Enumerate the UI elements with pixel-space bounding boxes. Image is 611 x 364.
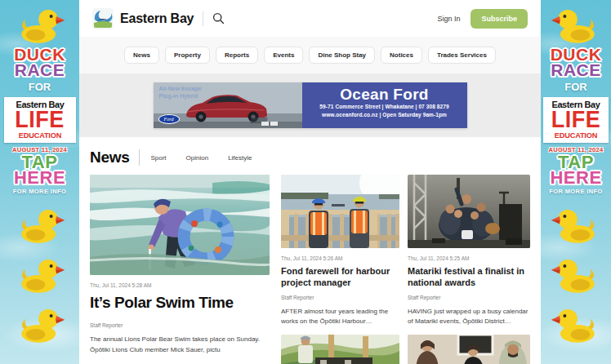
ad-org-education: EDUCATION xyxy=(546,131,606,140)
rubber-duck-icon xyxy=(551,305,600,344)
site-header: Eastern Bay Sign In Subscribe xyxy=(79,0,541,37)
header-divider xyxy=(203,11,203,26)
article-harbour: Thu, Jul 11, 2024 5:26 AM Fond farewell … xyxy=(281,175,399,364)
banner-website: www.oceanford.co.nz | Open Saturday 9am-… xyxy=(302,111,467,119)
tab-sport[interactable]: Sport xyxy=(150,154,166,162)
article-byline: Staff Reporter xyxy=(408,295,530,300)
banner-title: Ocean Ford xyxy=(302,87,467,103)
ford-logo: Ford xyxy=(158,114,180,124)
rubber-duck-icon xyxy=(16,305,65,344)
ad-org-life: LIFE xyxy=(6,109,74,131)
banner-fineprint xyxy=(261,122,278,126)
rubber-duck-icon xyxy=(16,255,65,295)
banner-car-text: All-New Escape Plug-in Hybrid xyxy=(159,86,202,100)
ad-more-info: FOR MORE INFO xyxy=(0,188,79,195)
section-header: News Sport Opinion Lifestyle xyxy=(90,149,531,166)
article-timestamp: Thu, Jul 11, 2024 5:25 AM xyxy=(408,255,530,261)
ad-cta-here: HERE xyxy=(541,170,611,186)
article-teaser: AFTER almost four years leading the work… xyxy=(281,307,399,328)
rubber-duck-icon xyxy=(16,206,65,245)
search-icon[interactable] xyxy=(212,12,225,24)
nav-item-news[interactable]: News xyxy=(124,47,159,64)
rubber-duck-icon xyxy=(16,6,65,45)
article-teaser: HAVING just wrapped up a busy calendar o… xyxy=(408,307,530,328)
rubber-duck-icon xyxy=(551,6,600,45)
subscribe-button[interactable]: Subscribe xyxy=(471,9,528,29)
ad-word-for: FOR xyxy=(541,81,611,93)
ad-band: All-New Escape Plug-in Hybrid Ford Ocean… xyxy=(79,73,541,137)
rubber-duck-icon xyxy=(551,255,600,295)
article-byline: Staff Reporter xyxy=(90,322,270,328)
article-headline[interactable]: It’s Polar Swim Time xyxy=(90,294,270,312)
primary-nav: News Property Reports Events Dine Shop S… xyxy=(79,37,541,73)
nav-item-events[interactable]: Events xyxy=(264,47,303,64)
duck-stack xyxy=(0,206,79,344)
tab-opinion[interactable]: Opinion xyxy=(186,154,209,162)
banner-text-panel: Ocean Ford 59-71 Commerce Street | Whaka… xyxy=(302,82,467,128)
article-headline[interactable]: Matariki festival a finalist in national… xyxy=(408,265,530,289)
article-image-polar-swim[interactable] xyxy=(90,175,270,275)
ad-word-for: FOR xyxy=(0,81,79,93)
article-headline[interactable]: Fond farewell for harbour project manage… xyxy=(281,265,399,289)
ad-org-box: Eastern Bay LIFE EDUCATION xyxy=(4,97,76,144)
duck-stack xyxy=(541,206,611,344)
article-image-people[interactable] xyxy=(408,335,530,364)
rubber-duck-icon xyxy=(551,206,600,245)
article-timestamp: Thu, Jul 11, 2024 5:28 AM xyxy=(90,282,270,288)
sign-in-link[interactable]: Sign In xyxy=(437,15,460,23)
article-image-harbour[interactable] xyxy=(281,175,399,248)
nav-item-dine-shop-stay[interactable]: Dine Shop Stay xyxy=(309,47,375,64)
tab-lifestyle[interactable]: Lifestyle xyxy=(228,154,252,162)
article-timestamp: Thu, Jul 11, 2024 5:26 AM xyxy=(281,255,399,261)
duck-race-ad-right[interactable]: DUCK RACE FOR Eastern Bay LIFE EDUCATION… xyxy=(541,0,611,364)
ocean-ford-banner[interactable]: All-New Escape Plug-in Hybrid Ford Ocean… xyxy=(154,82,467,128)
nav-item-reports[interactable]: Reports xyxy=(216,47,258,64)
nav-item-property[interactable]: Property xyxy=(165,47,210,64)
duck-race-ad-left[interactable]: DUCK RACE FOR Eastern Bay LIFE EDUCATION… xyxy=(0,0,79,364)
article-lead: Thu, Jul 11, 2024 5:28 AM It’s Polar Swi… xyxy=(90,175,270,364)
ad-org-box: Eastern Bay LIFE EDUCATION xyxy=(543,97,609,144)
nav-item-trades-services[interactable]: Trades Services xyxy=(428,47,496,64)
section-title: News xyxy=(90,149,129,166)
ad-word-race: RACE xyxy=(0,62,79,78)
ad-word-race: RACE xyxy=(541,62,611,78)
ad-org-life: LIFE xyxy=(545,109,607,131)
section-divider xyxy=(139,149,140,166)
ad-cta-here: HERE xyxy=(0,170,79,186)
article-byline: Staff Reporter xyxy=(281,295,399,300)
news-content: News Sport Opinion Lifestyle xyxy=(79,137,541,364)
page: DUCK RACE FOR Eastern Bay LIFE EDUCATION… xyxy=(0,0,611,364)
ad-more-info: FOR MORE INFO xyxy=(541,188,611,195)
banner-address: 59-71 Commerce Street | Whakatane | 07 3… xyxy=(302,103,467,111)
ad-org-education: EDUCATION xyxy=(7,131,73,140)
site-logo[interactable] xyxy=(92,8,114,29)
article-matariki: Thu, Jul 11, 2024 5:25 AM Matariki festi… xyxy=(408,175,530,364)
site-title[interactable]: Eastern Bay xyxy=(120,11,194,26)
article-teaser: The annual Lions Polar Bear Swim takes p… xyxy=(90,335,270,356)
nav-item-notices[interactable]: Notices xyxy=(381,47,422,64)
article-image-hills[interactable] xyxy=(281,335,399,364)
main-content: Eastern Bay Sign In Subscribe News Prope… xyxy=(79,0,541,364)
article-image-matariki[interactable] xyxy=(408,175,530,248)
banner-car-image: All-New Escape Plug-in Hybrid Ford xyxy=(154,82,302,128)
